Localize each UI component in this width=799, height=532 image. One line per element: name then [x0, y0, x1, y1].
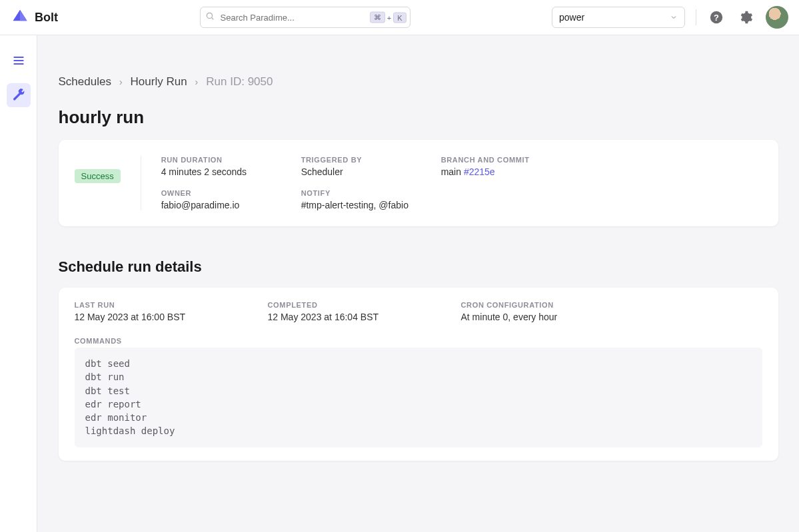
field-triggered-by: TRIGGERED BY Scheduler: [301, 156, 428, 177]
field-last-run: LAST RUN 12 May 2023 at 16:00 BST: [75, 301, 255, 322]
status-badge: Success: [75, 169, 121, 183]
menu-icon: [12, 54, 25, 67]
sidebar: [0, 35, 37, 532]
details-grid: LAST RUN 12 May 2023 at 16:00 BST COMPLE…: [75, 301, 762, 322]
svg-point-0: [207, 13, 212, 18]
commit-link[interactable]: #2215e: [464, 166, 495, 177]
commands-block: dbt seed dbt run dbt test edr report edr…: [75, 348, 762, 447]
layout: Schedules › Hourly Run › Run ID: 9050 ho…: [0, 35, 799, 532]
topbar-right: power ?: [552, 6, 788, 29]
field-label: CRON CONFIGURATION: [461, 301, 661, 309]
breadcrumb-schedules[interactable]: Schedules: [59, 75, 111, 89]
field-commands: COMMANDS dbt seed dbt run dbt test edr r…: [75, 337, 762, 447]
field-label: NOTIFY: [301, 189, 428, 197]
kbd-cmd: ⌘: [370, 12, 385, 23]
field-value: 4 minutes 2 seconds: [161, 166, 288, 177]
workspace-selected: power: [559, 12, 584, 23]
search-wrap: ⌘ + K: [200, 7, 410, 28]
field-label: BRANCH AND COMMIT: [441, 156, 614, 164]
field-branch-commit: BRANCH AND COMMIT main #2215e: [441, 156, 614, 177]
breadcrumb-run-name[interactable]: Hourly Run: [131, 75, 187, 89]
field-label: TRIGGERED BY: [301, 156, 428, 164]
details-section-title: Schedule run details: [59, 258, 778, 276]
sidebar-menu-button[interactable]: [7, 49, 31, 73]
search-shortcut: ⌘ + K: [370, 12, 406, 23]
search-icon: [205, 11, 215, 23]
field-label: OWNER: [161, 189, 288, 197]
field-label: COMMANDS: [75, 337, 762, 345]
page-title: hourly run: [59, 107, 778, 128]
summary-grid: RUN DURATION 4 minutes 2 seconds TRIGGER…: [141, 156, 614, 210]
field-label: RUN DURATION: [161, 156, 288, 164]
field-value: Scheduler: [301, 166, 428, 177]
kbd-plus: +: [387, 13, 391, 21]
field-value: main #2215e: [441, 166, 614, 177]
details-card: LAST RUN 12 May 2023 at 16:00 BST COMPLE…: [59, 288, 778, 461]
field-owner: OWNER fabio@paradime.io: [161, 189, 288, 210]
branch-name: main: [441, 166, 464, 177]
field-cron: CRON CONFIGURATION At minute 0, every ho…: [461, 301, 661, 322]
sidebar-schedules-button[interactable]: [7, 83, 31, 107]
gear-icon: [738, 10, 753, 25]
chevron-down-icon: [670, 13, 678, 21]
settings-button[interactable]: [736, 8, 755, 27]
field-value: 12 May 2023 at 16:04 BST: [268, 312, 448, 322]
field-value: At minute 0, every hour: [461, 312, 661, 322]
svg-text:?: ?: [714, 13, 719, 23]
field-label: LAST RUN: [75, 301, 255, 309]
breadcrumb-sep: ›: [195, 77, 199, 87]
user-avatar[interactable]: [766, 6, 788, 29]
container: Schedules › Hourly Run › Run ID: 9050 ho…: [59, 75, 778, 461]
summary-row: Success RUN DURATION 4 minutes 2 seconds…: [75, 156, 762, 210]
breadcrumb-run-id: Run ID: 9050: [206, 75, 273, 89]
workspace-select[interactable]: power: [552, 7, 685, 28]
help-icon: ?: [709, 10, 724, 25]
wrench-icon: [12, 89, 25, 102]
main-content: Schedules › Hourly Run › Run ID: 9050 ho…: [37, 35, 799, 532]
field-notify: NOTIFY #tmp-alert-testing, @fabio: [301, 189, 428, 210]
field-value: fabio@paradime.io: [161, 200, 288, 210]
field-completed: COMPLETED 12 May 2023 at 16:04 BST: [268, 301, 448, 322]
field-run-duration: RUN DURATION 4 minutes 2 seconds: [161, 156, 288, 177]
field-label: COMPLETED: [268, 301, 448, 309]
bolt-logo-icon: [11, 8, 29, 27]
status-col: Success: [75, 156, 121, 183]
topbar: Bolt ⌘ + K power ?: [0, 0, 799, 35]
kbd-k: K: [393, 12, 406, 23]
field-value: #tmp-alert-testing, @fabio: [301, 200, 428, 210]
help-button[interactable]: ?: [707, 8, 726, 27]
brand-name: Bolt: [35, 11, 58, 25]
breadcrumb-sep: ›: [119, 77, 123, 87]
field-value: 12 May 2023 at 16:00 BST: [75, 312, 255, 322]
svg-line-1: [211, 18, 213, 20]
breadcrumb: Schedules › Hourly Run › Run ID: 9050: [59, 75, 778, 89]
divider: [696, 9, 696, 25]
summary-card: Success RUN DURATION 4 minutes 2 seconds…: [59, 140, 778, 226]
brand: Bolt: [11, 8, 58, 27]
